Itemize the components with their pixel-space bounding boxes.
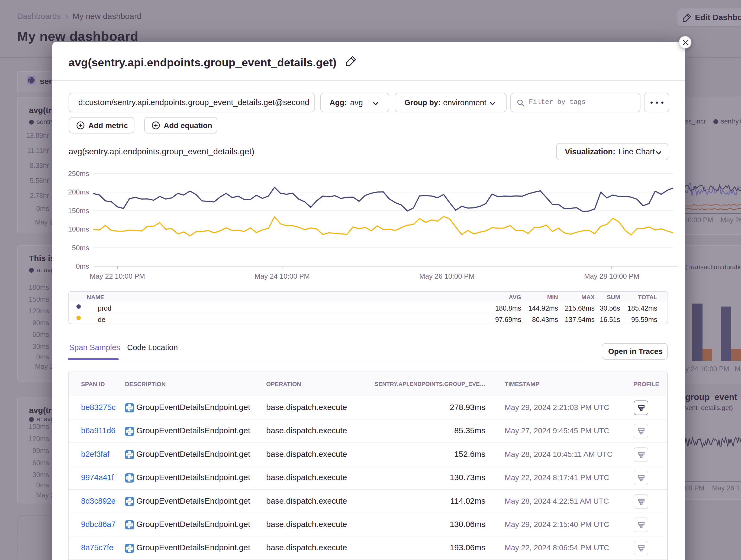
svg-text:May 26 10:00 PM: May 26 10:00 PM: [419, 272, 475, 280]
svg-text:150ms: 150ms: [68, 207, 89, 215]
svg-text:250ms: 250ms: [68, 169, 89, 178]
svg-text:0ms: 0ms: [76, 262, 89, 270]
svg-text:100ms: 100ms: [68, 225, 89, 233]
svg-text:May 28 10:00 PM: May 28 10:00 PM: [584, 272, 639, 280]
svg-text:May 22 10:00 PM: May 22 10:00 PM: [90, 272, 145, 280]
svg-text:200ms: 200ms: [68, 188, 89, 196]
svg-text:May 24 10:00 PM: May 24 10:00 PM: [255, 272, 310, 280]
svg-text:50ms: 50ms: [72, 244, 89, 252]
